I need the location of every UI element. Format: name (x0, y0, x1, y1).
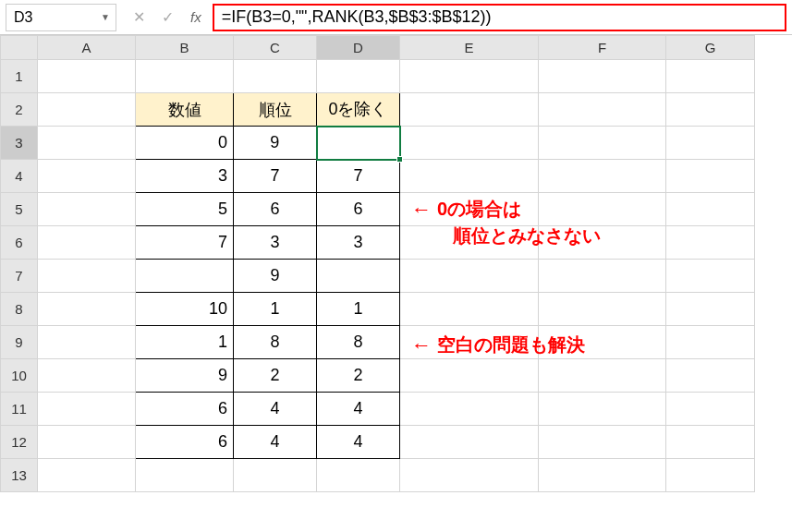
cell[interactable] (666, 260, 755, 293)
cell[interactable] (400, 459, 539, 492)
spreadsheet-grid[interactable]: A B C D E F G 1 2 数値 順位 0を除く 3 0 9 4377 … (0, 35, 755, 492)
table-header-rank[interactable]: 順位 (234, 93, 317, 127)
select-all-corner[interactable] (1, 36, 38, 60)
col-header-c[interactable]: C (234, 36, 317, 60)
row-header[interactable]: 7 (1, 260, 38, 293)
row-header[interactable]: 4 (1, 160, 38, 193)
cell[interactable] (666, 393, 755, 426)
cell[interactable] (400, 127, 539, 160)
cell[interactable] (666, 60, 755, 93)
table-cell[interactable]: 8 (317, 326, 400, 359)
cell[interactable] (539, 459, 666, 492)
row-header[interactable]: 6 (1, 226, 38, 260)
cell[interactable] (539, 193, 666, 226)
cell[interactable] (539, 93, 666, 127)
row-header[interactable]: 5 (1, 193, 38, 226)
cell[interactable] (38, 326, 136, 359)
cell[interactable] (666, 226, 755, 260)
cell[interactable] (539, 260, 666, 293)
cell[interactable] (136, 60, 234, 93)
table-cell[interactable]: 4 (317, 393, 400, 426)
cell[interactable] (666, 127, 755, 160)
cancel-icon[interactable]: ✕ (133, 8, 145, 26)
row-header[interactable]: 1 (1, 60, 38, 93)
cell[interactable] (539, 127, 666, 160)
cell[interactable] (539, 160, 666, 193)
cell[interactable] (38, 426, 136, 459)
cell[interactable] (400, 359, 539, 393)
table-cell[interactable]: 1 (136, 326, 234, 359)
cell[interactable] (539, 293, 666, 326)
table-cell[interactable]: 3 (136, 160, 234, 193)
row-header[interactable]: 12 (1, 426, 38, 459)
enter-icon[interactable]: ✓ (162, 8, 174, 26)
row-header[interactable]: 3 (1, 127, 38, 160)
table-cell[interactable]: 1 (234, 293, 317, 326)
cell[interactable] (38, 226, 136, 260)
cell[interactable] (38, 393, 136, 426)
fill-handle[interactable] (396, 156, 403, 163)
table-cell[interactable]: 4 (317, 426, 400, 459)
cell[interactable] (400, 93, 539, 127)
formula-input[interactable]: =IF(B3=0,"",RANK(B3,$B$3:$B$12)) (213, 4, 786, 31)
cell[interactable] (38, 293, 136, 326)
cell[interactable] (666, 459, 755, 492)
cell[interactable] (666, 293, 755, 326)
cell[interactable] (38, 127, 136, 160)
cell[interactable] (38, 160, 136, 193)
table-header-value[interactable]: 数値 (136, 93, 234, 127)
table-cell[interactable]: 9 (136, 359, 234, 393)
cell[interactable] (539, 426, 666, 459)
table-cell[interactable]: 6 (234, 193, 317, 226)
row-header[interactable]: 9 (1, 326, 38, 359)
table-cell[interactable]: 3 (234, 226, 317, 260)
row-header[interactable]: 10 (1, 359, 38, 393)
table-cell[interactable]: 0 (136, 127, 234, 160)
col-header-a[interactable]: A (38, 36, 136, 60)
col-header-g[interactable]: G (666, 36, 755, 60)
cell[interactable] (400, 160, 539, 193)
row-header[interactable]: 2 (1, 93, 38, 127)
cell[interactable] (234, 459, 317, 492)
chevron-down-icon[interactable]: ▼ (101, 12, 110, 22)
cell[interactable] (539, 60, 666, 93)
cell[interactable] (666, 193, 755, 226)
col-header-d[interactable]: D (317, 36, 400, 60)
col-header-b[interactable]: B (136, 36, 234, 60)
cell[interactable] (666, 359, 755, 393)
table-cell[interactable]: 5 (136, 193, 234, 226)
table-cell[interactable]: 3 (317, 226, 400, 260)
table-cell[interactable]: 4 (234, 426, 317, 459)
table-cell[interactable]: 6 (136, 426, 234, 459)
table-cell[interactable]: 1 (317, 293, 400, 326)
table-cell[interactable]: 2 (234, 359, 317, 393)
cell[interactable] (317, 60, 400, 93)
cell[interactable] (539, 359, 666, 393)
row-header[interactable]: 8 (1, 293, 38, 326)
cell[interactable] (400, 60, 539, 93)
table-cell[interactable]: 6 (317, 193, 400, 226)
row-header[interactable]: 11 (1, 393, 38, 426)
table-cell[interactable]: 10 (136, 293, 234, 326)
cell[interactable] (317, 459, 400, 492)
cell[interactable] (539, 393, 666, 426)
table-header-excl[interactable]: 0を除く (317, 93, 400, 127)
cell[interactable] (234, 60, 317, 93)
table-cell[interactable]: 4 (234, 393, 317, 426)
cell[interactable] (400, 293, 539, 326)
cell[interactable] (666, 160, 755, 193)
cell[interactable] (38, 60, 136, 93)
cell[interactable] (38, 359, 136, 393)
cell[interactable] (666, 426, 755, 459)
name-box[interactable]: D3 ▼ (6, 4, 116, 31)
cell[interactable] (38, 193, 136, 226)
table-cell[interactable]: 9 (234, 127, 317, 160)
cell[interactable] (400, 426, 539, 459)
cell[interactable] (136, 459, 234, 492)
table-cell[interactable]: 9 (234, 260, 317, 293)
cell[interactable] (666, 93, 755, 127)
row-header[interactable]: 13 (1, 459, 38, 492)
table-cell[interactable]: 7 (234, 160, 317, 193)
table-cell[interactable] (317, 260, 400, 293)
fx-icon[interactable]: fx (190, 9, 201, 25)
